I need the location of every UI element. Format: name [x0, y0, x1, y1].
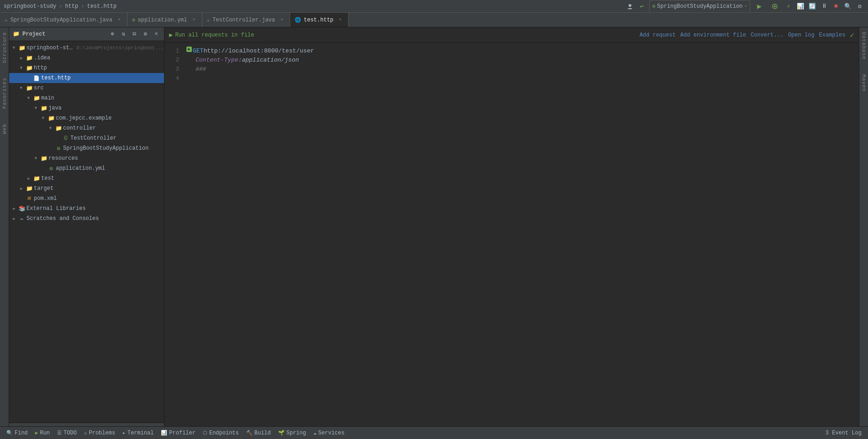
project-icon: 📁	[13, 31, 20, 37]
label-java: java	[48, 105, 62, 111]
add-environment-link[interactable]: Add environment file	[680, 32, 746, 38]
web-panel-btn[interactable]: Web	[1, 121, 8, 137]
tab-springbootstudyapplication[interactable]: ☕ SpringBootStudyApplication.java ×	[0, 13, 127, 27]
tab-application-yml[interactable]: ⚙ application.yml ×	[127, 13, 202, 27]
tab-close-testhttp[interactable]: ×	[337, 17, 344, 23]
breadcrumb-file[interactable]: test.http	[87, 3, 116, 10]
terminal-label: Terminal	[127, 430, 154, 436]
run-all-btn[interactable]: ▶ Run all requests in file	[169, 31, 254, 39]
tree-item-resources[interactable]: ▶ 📁 resources	[9, 153, 164, 163]
locate-icon-btn[interactable]: ⊕	[108, 30, 116, 38]
user-icon-btn[interactable]	[625, 2, 635, 11]
line-num-1: 1	[164, 47, 179, 56]
database-panel-btn[interactable]: Database	[860, 29, 868, 63]
settings-button[interactable]: ⚙	[855, 2, 864, 11]
build-btn[interactable]: 🔨 Build	[243, 428, 274, 438]
settings-icon-btn[interactable]: ⚙	[141, 30, 149, 38]
collapse-icon-btn[interactable]: ⊟	[130, 30, 138, 38]
build-icon: 🔨	[246, 430, 253, 436]
tree-item-testhttp[interactable]: 📄 test.http	[9, 73, 164, 83]
event-log-btn[interactable]: 3 Event Log	[823, 428, 864, 438]
editor-content[interactable]: ▶ GET http://localhost:8000/test/user Co…	[183, 43, 859, 426]
tree-item-testcontroller[interactable]: © TestController	[9, 133, 164, 143]
tree-item-springbootapp[interactable]: ⚙ SpringBootStudyApplication	[9, 143, 164, 153]
http-url: http://localhost:8000/test/user	[203, 47, 314, 56]
endpoints-label: Endpoints	[209, 430, 239, 436]
examples-link[interactable]: Examples	[819, 32, 846, 38]
project-panel-scrollbar-h[interactable]	[9, 423, 164, 426]
tree-item-root[interactable]: ▶ 📁 springboot-study D:\JavaProjects\spr…	[9, 43, 164, 53]
bookmarks-panel-btn[interactable]: Favorites	[1, 75, 8, 111]
structure-panel-btn[interactable]: Structure	[1, 29, 8, 66]
profile-button[interactable]: 📊	[796, 2, 805, 11]
vcs-icon-btn[interactable]: ↩	[637, 2, 646, 11]
run-indicator-1[interactable]: ▶	[186, 47, 192, 52]
run-config-dropdown[interactable]: ⚙ SpringBootStudyApplication ▾	[649, 0, 750, 13]
tree-item-http-folder[interactable]: ▶ 📁 http	[9, 63, 164, 73]
spring-icon-testcontroller: ©	[62, 135, 69, 142]
tree-item-test[interactable]: ▶ 📁 test	[9, 173, 164, 183]
arrow-scratches: ▶	[11, 215, 17, 222]
maven-panel-btn[interactable]: Maven	[860, 72, 868, 94]
run-button[interactable]: ▶	[753, 0, 766, 13]
tree-item-main[interactable]: ▶ 📁 main	[9, 93, 164, 103]
services-btn[interactable]: ☁ Services	[311, 428, 347, 438]
breadcrumb-project[interactable]: springboot-study	[4, 3, 56, 10]
tree-item-target[interactable]: ▶ 📁 target	[9, 183, 164, 193]
tree-item-java[interactable]: ▶ 📁 java	[9, 103, 164, 113]
stop-button[interactable]: ■	[831, 2, 841, 11]
tree-item-idea[interactable]: ▶ 📁 .idea	[9, 53, 164, 63]
terminal-icon: ▸	[122, 430, 126, 436]
editor-line-3: ###	[186, 65, 859, 74]
sort-icon-btn[interactable]: ⇅	[119, 30, 127, 38]
label-controller-folder: controller	[63, 125, 96, 131]
tab-testcontroller[interactable]: ☕ TestController.java ×	[202, 13, 290, 27]
breadcrumb-sep-2: ›	[81, 3, 84, 10]
tab-close-applicationyml[interactable]: ×	[191, 17, 197, 23]
convert-link[interactable]: Convert...	[751, 32, 783, 38]
arrow-resources: ▶	[33, 155, 39, 162]
tree-item-src[interactable]: ▶ 📁 src	[9, 83, 164, 93]
todo-label: TODO	[64, 430, 77, 436]
tab-close-springbootapp[interactable]: ×	[116, 17, 122, 23]
tab-label-testhttp: test.http	[304, 17, 333, 23]
folder-icon-controller: 📁	[55, 125, 62, 132]
spring-icon-springbootapp: ⚙	[55, 145, 62, 152]
tree-item-applicationyml[interactable]: ⚙ application.yml	[9, 163, 164, 173]
close-icon-btn[interactable]: ×	[152, 30, 160, 38]
tree-item-controller-folder[interactable]: ▶ 📁 controller	[9, 123, 164, 133]
run-btn[interactable]: ▶ Run	[32, 428, 53, 438]
debug-button[interactable]	[768, 0, 781, 13]
tree-item-pomxml[interactable]: m pom.xml	[9, 193, 164, 204]
search-button[interactable]: 🔍	[843, 2, 852, 11]
find-btn[interactable]: 🔍 Find	[4, 428, 31, 438]
todo-btn[interactable]: ☰ TODO	[54, 428, 79, 438]
update-button[interactable]: 🔄	[808, 2, 817, 11]
label-src: src	[34, 85, 44, 91]
breadcrumb-http[interactable]: http	[65, 3, 78, 10]
empty-line	[196, 74, 199, 83]
project-tree: ▶ 📁 springboot-study D:\JavaProjects\spr…	[9, 41, 164, 423]
tab-close-testcontroller[interactable]: ×	[279, 17, 285, 23]
spring-btn[interactable]: 🌱 Spring	[275, 428, 309, 438]
open-log-link[interactable]: Open log	[788, 32, 815, 38]
find-label: Find	[15, 430, 28, 436]
terminal-btn[interactable]: ▸ Terminal	[120, 428, 156, 438]
profiler-btn[interactable]: 📊 Profiler	[158, 428, 198, 438]
arrow-controller: ▶	[48, 125, 54, 131]
coverage-button[interactable]: ⚡	[784, 2, 793, 11]
tab-testhttp[interactable]: 🌐 test.http ×	[290, 13, 349, 27]
arrow-springbootapp	[48, 145, 54, 152]
right-sidebar: Database Maven	[859, 27, 868, 426]
tree-item-package[interactable]: ▶ 📁 com.jepcc.example	[9, 113, 164, 123]
label-applicationyml: application.yml	[56, 165, 105, 172]
breadcrumb-sep-1: ›	[59, 3, 62, 10]
run-icon: ▶	[35, 430, 38, 436]
problems-btn[interactable]: ⚠ Problems	[81, 428, 118, 438]
endpoints-btn[interactable]: ⬡ Endpoints	[200, 428, 242, 438]
add-request-link[interactable]: Add request	[640, 32, 676, 38]
tree-item-scratches[interactable]: ▶ ✏ Scratches and Consoles	[9, 214, 164, 224]
services-label: Services	[318, 430, 345, 436]
tree-item-external-libs[interactable]: ▶ 📚 External Libraries	[9, 204, 164, 214]
pause-button[interactable]: ⏸	[820, 2, 829, 11]
